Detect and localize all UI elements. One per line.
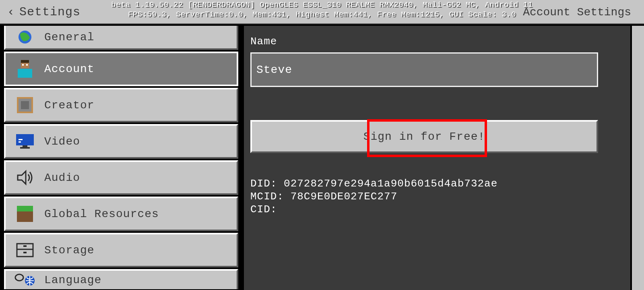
sidebar-item-general[interactable]: General [4, 26, 238, 50]
sidebar-item-label: Video [44, 135, 80, 148]
sidebar-item-label: Account [44, 63, 95, 75]
svg-rect-5 [18, 69, 32, 78]
sidebar: General Account Creator Video Audio [0, 24, 241, 290]
svg-point-20 [15, 274, 23, 281]
back-caret-icon: ‹ [7, 6, 14, 18]
sidebar-item-video[interactable]: Video [4, 124, 238, 159]
sign-in-button[interactable]: Sign in for Free! [250, 120, 598, 153]
monitor-icon [6, 134, 44, 149]
svg-rect-19 [23, 252, 27, 253]
speaker-icon [6, 170, 44, 186]
header-bar: ‹ Settings beta 1.19.50.22 [RENDERDRAGON… [0, 0, 644, 24]
drawer-icon [6, 243, 44, 257]
scrollbar[interactable] [632, 26, 644, 290]
account-settings-title: Account Settings [510, 0, 644, 24]
account-ids: DID: 027282797e294a1a90b6015d4ab732ae MC… [250, 177, 624, 216]
svg-rect-8 [21, 101, 29, 109]
svg-rect-11 [19, 141, 21, 143]
sidebar-item-label: Audio [44, 172, 80, 184]
svg-rect-15 [17, 211, 33, 222]
sidebar-item-global-resources[interactable]: Global Resources [4, 197, 238, 231]
steve-head-icon [6, 60, 44, 78]
svg-rect-10 [19, 139, 23, 140]
sidebar-item-audio[interactable]: Audio [4, 160, 238, 195]
svg-rect-3 [22, 64, 24, 66]
sidebar-item-account[interactable]: Account [4, 52, 238, 86]
globe-icon [6, 30, 44, 44]
command-block-icon [6, 97, 44, 113]
sidebar-item-label: Storage [44, 244, 95, 257]
svg-rect-18 [23, 245, 27, 247]
svg-rect-2 [21, 60, 29, 63]
sidebar-item-label: Global Resources [44, 208, 159, 220]
name-input[interactable] [250, 52, 598, 87]
sidebar-item-label: Creator [44, 99, 95, 112]
svg-rect-13 [20, 147, 30, 149]
svg-rect-12 [23, 145, 27, 147]
grass-block-icon [6, 206, 44, 222]
sidebar-item-label: Language [44, 274, 101, 286]
svg-rect-4 [26, 64, 28, 66]
language-icon [6, 273, 44, 286]
content-panel: Name Sign in for Free! DID: 027282797e29… [244, 26, 630, 290]
sidebar-item-creator[interactable]: Creator [4, 88, 238, 122]
sidebar-item-label: General [44, 31, 95, 44]
name-label: Name [250, 35, 624, 48]
svg-rect-14 [17, 206, 33, 211]
sidebar-item-storage[interactable]: Storage [4, 233, 238, 267]
sign-in-label: Sign in for Free! [363, 130, 485, 143]
back-label: Settings [19, 5, 80, 19]
sidebar-item-language[interactable]: Language [4, 269, 238, 289]
back-button[interactable]: ‹ Settings [0, 0, 80, 24]
